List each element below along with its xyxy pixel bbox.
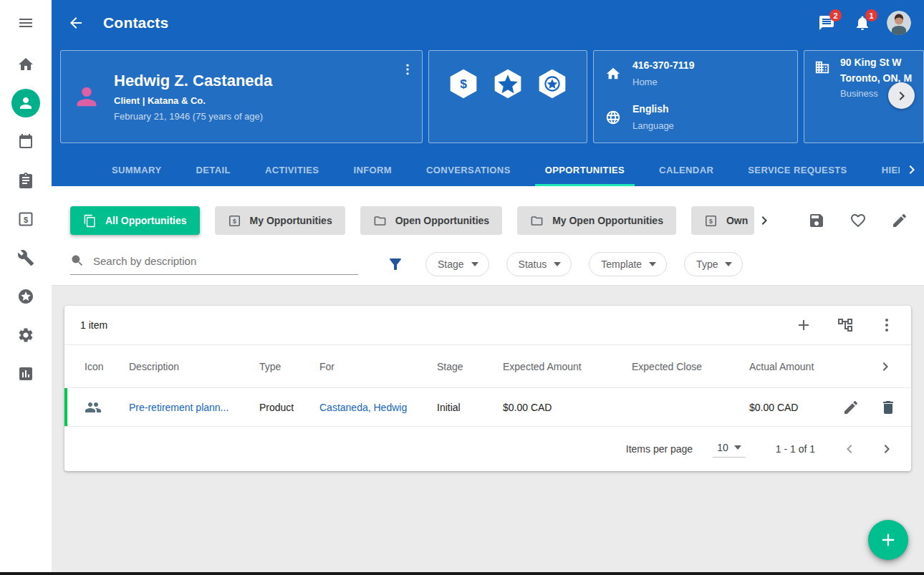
tab-calendar[interactable]: CALENDAR — [642, 153, 731, 186]
messages-button[interactable]: 2 — [818, 14, 835, 32]
sidebar: $ — [0, 0, 52, 575]
phone-label: Home — [632, 77, 694, 87]
sidebar-item-home[interactable] — [17, 56, 34, 73]
star-hexagon-icon[interactable] — [492, 68, 524, 100]
svg-text:$: $ — [709, 218, 713, 225]
row-actions — [842, 399, 911, 416]
dollar-hexagon-icon[interactable]: $ — [448, 68, 479, 100]
phone-row: 416-370-7119 Home — [605, 59, 786, 87]
chevron-right-icon — [756, 212, 773, 229]
sidebar-item-calendar[interactable] — [17, 133, 34, 150]
tab-detail[interactable]: DETAIL — [178, 153, 247, 186]
user-avatar[interactable] — [887, 11, 911, 35]
view-actions — [808, 212, 913, 229]
sidebar-item-contacts[interactable] — [11, 89, 40, 117]
row-status-accent — [64, 388, 67, 426]
chevron-right-icon[interactable] — [878, 440, 895, 458]
filter-funnel-button[interactable] — [387, 256, 404, 273]
gear-icon — [17, 327, 34, 344]
tab-service-requests[interactable]: SERVICE REQUESTS — [731, 153, 864, 186]
chip-own[interactable]: $ Own — [691, 206, 754, 235]
add-icon[interactable] — [795, 317, 812, 334]
chip-all-opportunities[interactable]: All Opportunities — [70, 206, 200, 235]
svg-text:$: $ — [233, 218, 236, 225]
add-opportunity-fab[interactable] — [868, 520, 908, 560]
tab-conversations[interactable]: CONVERSATIONS — [409, 153, 528, 186]
svg-text:$: $ — [460, 77, 467, 91]
hierarchy-icon[interactable] — [837, 317, 854, 334]
profile-menu-button[interactable] — [400, 62, 415, 77]
chips-scroll-right-button[interactable] — [756, 212, 773, 229]
home-icon — [605, 66, 621, 82]
back-button[interactable] — [67, 14, 85, 32]
table-header-row: Icon Description Type For Stage Expected… — [64, 345, 911, 388]
edit-icon[interactable] — [891, 212, 908, 229]
col-icon[interactable]: Icon — [64, 361, 129, 372]
app-bar: Contacts 2 1 — [52, 0, 924, 46]
col-expected-amount[interactable]: Expected Amount — [503, 361, 632, 372]
chevron-down-icon — [734, 445, 741, 450]
table-pagination: Items per page 10 1 - 1 of 1 — [64, 427, 911, 471]
contact-tabs: SUMMARY DETAIL ACTIVITIES INFORM CONVERS… — [52, 153, 924, 186]
search-input[interactable] — [93, 255, 358, 267]
calendar-icon — [17, 133, 34, 150]
search-box[interactable] — [70, 253, 358, 275]
header-cards-next-button[interactable] — [888, 82, 915, 109]
save-icon[interactable] — [808, 212, 825, 229]
col-for[interactable]: For — [319, 361, 437, 372]
person-icon — [17, 95, 34, 112]
tab-summary[interactable]: SUMMARY — [95, 153, 178, 186]
row-description-link[interactable]: Pre-retirement plann... — [129, 402, 259, 413]
address-line1: 90 King St W — [840, 57, 912, 68]
edit-icon[interactable] — [842, 399, 860, 416]
sidebar-item-reports[interactable] — [17, 365, 34, 382]
home-icon — [17, 56, 34, 73]
status-dropdown[interactable]: Status — [506, 252, 572, 276]
screen-bottom-edge — [0, 572, 924, 575]
table-row[interactable]: Pre-retirement plann... Product Castaned… — [64, 388, 911, 427]
chip-open-opportunities[interactable]: Open Opportunities — [360, 206, 502, 235]
tab-opportunities[interactable]: OPPORTUNITIES — [528, 153, 642, 186]
col-actual-amount[interactable]: Actual Amount — [749, 361, 842, 372]
columns-scroll-right-button[interactable] — [842, 358, 911, 375]
row-for-link[interactable]: Castaneda, Hedwig — [319, 402, 437, 413]
col-type[interactable]: Type — [259, 361, 319, 372]
heart-icon[interactable] — [850, 212, 867, 229]
type-dropdown[interactable]: Type — [684, 252, 743, 276]
sidebar-item-tools[interactable] — [17, 249, 34, 266]
chevron-left-icon[interactable] — [841, 440, 858, 458]
contact-header: Hedwig Z. Castaneda Client | Katana & Co… — [52, 46, 924, 153]
sidebar-item-favorites[interactable] — [17, 288, 34, 305]
sidebar-item-settings[interactable] — [17, 327, 34, 344]
page-size-select[interactable]: 10 — [713, 440, 746, 458]
template-dropdown[interactable]: Template — [589, 252, 667, 276]
messages-badge: 2 — [829, 9, 842, 21]
stage-dropdown[interactable]: Stage — [425, 252, 489, 276]
tabs-scroll-right-button[interactable] — [900, 153, 924, 186]
kebab-icon[interactable] — [878, 317, 895, 334]
filters-section: All Opportunities $ My Opportunities Ope… — [52, 186, 924, 286]
chip-my-open-opportunities[interactable]: My Open Opportunities — [517, 206, 676, 235]
sidebar-item-invoices[interactable]: $ — [17, 211, 34, 228]
trash-icon[interactable] — [880, 399, 897, 416]
row-type: Product — [259, 402, 319, 413]
arrow-back-icon — [67, 14, 85, 32]
chevron-right-icon — [893, 87, 910, 105]
contact-subtitle: Client | Katana & Co. — [114, 95, 272, 106]
tab-inform[interactable]: INFORM — [336, 153, 409, 186]
wrench-icon — [17, 249, 34, 266]
contact-info-card: 416-370-7119 Home English Language — [593, 50, 798, 143]
sidebar-item-tasks[interactable] — [17, 172, 34, 189]
col-stage[interactable]: Stage — [437, 361, 503, 372]
chevron-down-icon — [471, 262, 478, 266]
notifications-button[interactable]: 1 — [854, 14, 871, 32]
plus-icon — [878, 530, 898, 550]
profile-card: Hedwig Z. Castaneda Client | Katana & Co… — [60, 50, 423, 143]
star-badge-hexagon-icon[interactable] — [536, 68, 568, 100]
hamburger-menu-icon[interactable] — [17, 14, 34, 32]
view-chips-row: All Opportunities $ My Opportunities Ope… — [70, 206, 913, 235]
chip-my-opportunities[interactable]: $ My Opportunities — [215, 206, 345, 235]
tab-activities[interactable]: ACTIVITIES — [248, 153, 337, 186]
col-expected-close[interactable]: Expected Close — [632, 361, 749, 372]
col-description[interactable]: Description — [129, 361, 259, 372]
